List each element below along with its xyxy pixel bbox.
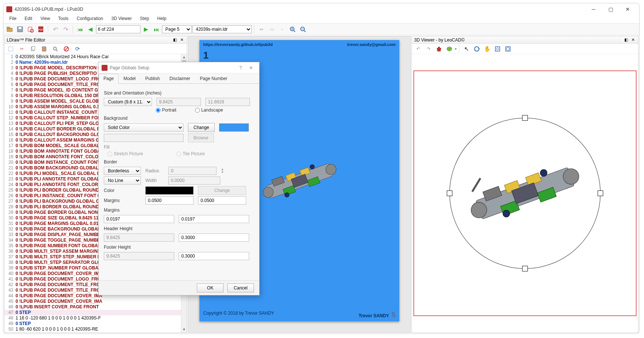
maximize-button[interactable]: ▢	[602, 4, 619, 14]
bg-image-input[interactable]	[104, 134, 184, 142]
footer-height-input[interactable]	[179, 252, 249, 260]
editor-line[interactable]: 510 STEP	[4, 332, 187, 332]
tab-page-number[interactable]: Page Number	[195, 74, 232, 84]
editor-float-icon[interactable]: ◧	[172, 37, 178, 43]
open-icon[interactable]	[5, 24, 14, 34]
page-height-input[interactable]	[205, 98, 250, 106]
actual-size-icon[interactable]: ▫	[277, 24, 287, 34]
bg-color-swatch[interactable]	[219, 123, 249, 132]
refresh-icon[interactable]: ⟳	[73, 44, 82, 54]
page-width-input[interactable]	[156, 98, 201, 106]
editor-line[interactable]: 10 42039S SBrick Motorized 24 Hours Race…	[4, 54, 187, 60]
menu-view[interactable]: View	[37, 15, 54, 23]
viewer-pan-icon[interactable]: ✋	[482, 44, 492, 54]
radius-input[interactable]	[168, 167, 217, 175]
last-page-icon[interactable]: ⏭	[152, 24, 161, 34]
page-margin-x[interactable]	[104, 215, 174, 223]
page-margin-y[interactable]	[179, 215, 249, 223]
viewer-float-icon[interactable]: ◧	[623, 37, 629, 43]
cut-icon[interactable]: ✂	[17, 44, 27, 54]
viewer-select-icon[interactable]: ↖	[462, 44, 471, 54]
print-preview-icon[interactable]	[26, 24, 35, 34]
editor-line[interactable]: 470 STEP	[4, 310, 187, 315]
main-toolbar: PDF ↶ ↷ ⏮ ◀ ▶ ⏭ Page 5 42039s-main.ldr ⇔…	[3, 23, 639, 35]
viewer-home-icon[interactable]	[434, 44, 444, 54]
prev-page-icon[interactable]: ◀	[86, 24, 95, 34]
inner-margin-x[interactable]	[145, 196, 194, 205]
line-type-select[interactable]: No Line	[104, 176, 141, 185]
cancel-button[interactable]: Cancel	[227, 284, 254, 292]
close-button[interactable]: ✕	[619, 4, 636, 14]
viewer-canvas[interactable]	[412, 54, 638, 332]
line-width-input[interactable]	[168, 176, 220, 185]
minimize-button[interactable]: ─	[585, 4, 602, 14]
viewer-rotate-icon[interactable]	[472, 44, 482, 54]
zoom-in-icon[interactable]	[288, 24, 297, 34]
svg-rect-15	[9, 47, 13, 51]
svg-line-23	[65, 47, 68, 50]
page-combo[interactable]: Page 5	[162, 25, 192, 33]
menu-file[interactable]: File	[6, 15, 20, 23]
inner-margin-y[interactable]	[198, 196, 246, 205]
tab-page[interactable]: Page	[99, 74, 119, 84]
paste-icon[interactable]	[39, 44, 49, 54]
scroll-up-icon[interactable]: ▲	[181, 54, 187, 60]
viewer-undo-icon[interactable]: ↶	[413, 44, 423, 54]
bg-change-button[interactable]: Change	[188, 123, 215, 132]
editor-line[interactable]: 460 !LPUB INSERT COVER_PAGE FRONT	[4, 304, 187, 310]
delete-icon[interactable]	[62, 44, 71, 54]
tab-model[interactable]: Model	[119, 74, 141, 84]
first-page-icon[interactable]: ⏮	[75, 24, 85, 34]
editor-line[interactable]: 490 STEP	[4, 321, 187, 327]
save-icon[interactable]	[15, 24, 25, 34]
copy-icon[interactable]	[28, 44, 38, 54]
dialog-close-icon[interactable]: ✕	[246, 65, 256, 70]
menu-edit[interactable]: Edit	[21, 15, 36, 23]
select-all-icon[interactable]	[6, 44, 16, 54]
header-height-label: Header Height	[104, 226, 254, 231]
viewer-zoom-extents-icon[interactable]	[503, 44, 513, 54]
menu-help[interactable]: Help	[153, 15, 170, 23]
dialog-icon	[102, 65, 108, 71]
viewer-cube-icon[interactable]	[445, 44, 454, 54]
next-page-icon[interactable]: ▶	[141, 24, 151, 34]
background-label: Background	[104, 116, 254, 121]
landscape-radio[interactable]: Landscape	[195, 107, 223, 113]
border-color-swatch[interactable]	[145, 186, 194, 195]
bg-mode-select[interactable]: Solid Color	[104, 123, 184, 132]
export-pdf-icon[interactable]: PDF	[36, 24, 46, 34]
undo-icon[interactable]: ↶	[50, 24, 60, 34]
editor-line[interactable]: 481 16 0 -120 680 1 0 0 0 1 0 0 0 1 4203…	[4, 315, 187, 321]
svg-line-63	[469, 178, 484, 192]
page-of-input[interactable]	[96, 25, 141, 33]
redo-icon[interactable]: ↷	[61, 24, 70, 34]
find-icon[interactable]	[50, 44, 60, 54]
zoom-out-icon[interactable]	[298, 24, 308, 34]
tab-disclaimer[interactable]: Disclaimer	[165, 74, 195, 84]
menu-step[interactable]: Step	[136, 15, 153, 23]
menu-tools[interactable]: Tools	[55, 15, 72, 23]
header-height-input[interactable]	[179, 233, 249, 242]
border-label: Border	[104, 159, 254, 165]
fit-page-icon[interactable]: ▭	[267, 24, 277, 34]
viewer-zoom-region-icon[interactable]	[493, 44, 502, 54]
viewer-redo-icon[interactable]: ↷	[424, 44, 433, 54]
menubar: File Edit View Tools Configuration 3D Vi…	[3, 15, 639, 23]
svg-point-43	[496, 48, 499, 50]
dialog-help-icon[interactable]: ?	[235, 65, 246, 70]
menu-configuration[interactable]: Configuration	[73, 15, 107, 23]
viewer-close-icon[interactable]: ✕	[630, 37, 636, 43]
editor-close-icon[interactable]: ✕	[179, 37, 185, 43]
portrait-radio[interactable]: Portrait	[156, 107, 176, 113]
menu-3d-viewer[interactable]: 3D Viewer	[108, 15, 135, 23]
step-number: 1	[203, 50, 208, 61]
scroll-down-icon[interactable]: ▼	[181, 327, 187, 332]
fit-width-icon[interactable]: ⇔	[257, 24, 266, 34]
tab-publish[interactable]: Publish	[141, 74, 165, 84]
editor-line[interactable]: 450 !LPUB PAGE DOCUMENT_COVER_IMA	[4, 299, 187, 304]
ok-button[interactable]: OK	[197, 284, 224, 292]
editor-line[interactable]: 501 80 -60 620 1 0 0 0 1 0 0 0 1 42039S-…	[4, 327, 187, 332]
border-type-select[interactable]: Borderless	[104, 167, 141, 175]
model-combo[interactable]: 42039s-main.ldr	[192, 25, 252, 33]
size-preset-select[interactable]: Custom (9.8 x 11.7)	[104, 98, 152, 106]
